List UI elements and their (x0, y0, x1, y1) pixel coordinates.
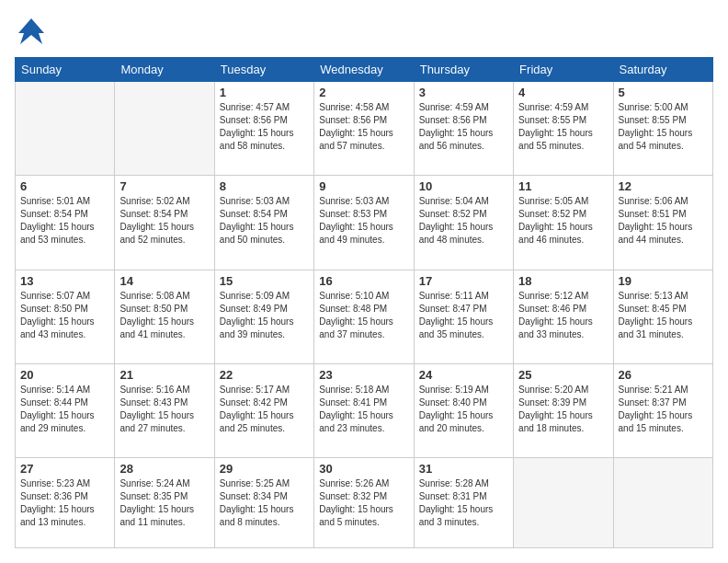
day-number: 15 (220, 274, 309, 288)
day-number: 31 (419, 462, 508, 476)
weekday-header-thursday: Thursday (414, 58, 513, 82)
calendar-week-1: 1Sunrise: 4:57 AM Sunset: 8:56 PM Daylig… (16, 82, 713, 176)
svg-marker-0 (18, 18, 44, 44)
calendar-cell: 28Sunrise: 5:24 AM Sunset: 8:35 PM Dayli… (115, 458, 214, 548)
calendar-cell: 31Sunrise: 5:28 AM Sunset: 8:31 PM Dayli… (414, 458, 513, 548)
calendar-cell: 13Sunrise: 5:07 AM Sunset: 8:50 PM Dayli… (16, 270, 115, 363)
day-info: Sunrise: 5:11 AM Sunset: 8:47 PM Dayligh… (419, 290, 508, 341)
day-number: 4 (518, 86, 608, 99)
weekday-header-monday: Monday (115, 58, 214, 82)
day-info: Sunrise: 5:04 AM Sunset: 8:52 PM Dayligh… (419, 195, 508, 247)
day-number: 14 (119, 274, 209, 288)
day-info: Sunrise: 5:02 AM Sunset: 8:54 PM Dayligh… (119, 195, 209, 247)
day-info: Sunrise: 5:10 AM Sunset: 8:48 PM Dayligh… (319, 290, 408, 341)
calendar-cell: 14Sunrise: 5:08 AM Sunset: 8:50 PM Dayli… (115, 270, 214, 363)
day-number: 22 (220, 368, 309, 382)
calendar-cell: 24Sunrise: 5:19 AM Sunset: 8:40 PM Dayli… (414, 364, 513, 458)
calendar-cell (16, 82, 115, 176)
day-info: Sunrise: 5:26 AM Sunset: 8:32 PM Dayligh… (319, 477, 408, 529)
day-number: 2 (319, 86, 408, 99)
calendar-cell: 4Sunrise: 4:59 AM Sunset: 8:55 PM Daylig… (514, 82, 613, 176)
calendar-cell: 16Sunrise: 5:10 AM Sunset: 8:48 PM Dayli… (314, 270, 414, 363)
day-info: Sunrise: 5:03 AM Sunset: 8:54 PM Dayligh… (220, 195, 309, 247)
calendar-cell: 15Sunrise: 5:09 AM Sunset: 8:49 PM Dayli… (214, 270, 313, 363)
calendar-cell: 9Sunrise: 5:03 AM Sunset: 8:53 PM Daylig… (314, 176, 414, 270)
day-number: 29 (220, 462, 309, 476)
calendar-cell: 17Sunrise: 5:11 AM Sunset: 8:47 PM Dayli… (414, 270, 513, 363)
calendar-cell: 26Sunrise: 5:21 AM Sunset: 8:37 PM Dayli… (613, 364, 712, 458)
day-info: Sunrise: 5:12 AM Sunset: 8:46 PM Dayligh… (518, 290, 608, 341)
calendar-cell: 21Sunrise: 5:16 AM Sunset: 8:43 PM Dayli… (115, 364, 214, 458)
calendar-week-4: 20Sunrise: 5:14 AM Sunset: 8:44 PM Dayli… (16, 364, 713, 458)
day-number: 11 (518, 179, 608, 193)
calendar-week-5: 27Sunrise: 5:23 AM Sunset: 8:36 PM Dayli… (16, 458, 713, 548)
day-number: 8 (220, 179, 309, 193)
weekday-header-row: SundayMondayTuesdayWednesdayThursdayFrid… (16, 58, 713, 82)
calendar-week-3: 13Sunrise: 5:07 AM Sunset: 8:50 PM Dayli… (16, 270, 713, 363)
calendar-cell: 7Sunrise: 5:02 AM Sunset: 8:54 PM Daylig… (115, 176, 214, 270)
day-number: 16 (319, 274, 408, 288)
day-number: 13 (20, 274, 109, 288)
calendar-cell: 11Sunrise: 5:05 AM Sunset: 8:52 PM Dayli… (514, 176, 613, 270)
day-number: 7 (119, 179, 209, 193)
day-info: Sunrise: 5:01 AM Sunset: 8:54 PM Dayligh… (20, 195, 109, 247)
calendar-table: SundayMondayTuesdayWednesdayThursdayFrid… (15, 57, 713, 548)
day-info: Sunrise: 5:19 AM Sunset: 8:40 PM Dayligh… (419, 384, 508, 435)
calendar-cell: 12Sunrise: 5:06 AM Sunset: 8:51 PM Dayli… (613, 176, 712, 270)
day-info: Sunrise: 5:28 AM Sunset: 8:31 PM Dayligh… (419, 477, 508, 529)
day-number: 26 (619, 368, 708, 382)
day-info: Sunrise: 5:25 AM Sunset: 8:34 PM Dayligh… (220, 477, 309, 529)
day-number: 3 (419, 86, 508, 99)
calendar-cell: 2Sunrise: 4:58 AM Sunset: 8:56 PM Daylig… (314, 82, 414, 176)
day-info: Sunrise: 5:20 AM Sunset: 8:39 PM Dayligh… (518, 384, 608, 435)
day-info: Sunrise: 5:08 AM Sunset: 8:50 PM Dayligh… (119, 290, 209, 341)
calendar-cell: 27Sunrise: 5:23 AM Sunset: 8:36 PM Dayli… (16, 458, 115, 548)
day-number: 1 (220, 86, 309, 99)
day-number: 24 (419, 368, 508, 382)
weekday-header-wednesday: Wednesday (314, 58, 414, 82)
day-info: Sunrise: 4:59 AM Sunset: 8:56 PM Dayligh… (419, 101, 508, 153)
day-number: 19 (619, 274, 708, 288)
logo-icon (15, 15, 48, 48)
day-number: 30 (319, 462, 408, 476)
weekday-header-saturday: Saturday (613, 58, 712, 82)
calendar-cell: 1Sunrise: 4:57 AM Sunset: 8:56 PM Daylig… (214, 82, 313, 176)
calendar-cell: 18Sunrise: 5:12 AM Sunset: 8:46 PM Dayli… (514, 270, 613, 363)
weekday-header-tuesday: Tuesday (214, 58, 313, 82)
calendar-cell: 29Sunrise: 5:25 AM Sunset: 8:34 PM Dayli… (214, 458, 313, 548)
day-number: 9 (319, 179, 408, 193)
calendar-cell: 20Sunrise: 5:14 AM Sunset: 8:44 PM Dayli… (16, 364, 115, 458)
day-info: Sunrise: 5:06 AM Sunset: 8:51 PM Dayligh… (619, 195, 708, 247)
weekday-header-sunday: Sunday (16, 58, 115, 82)
day-info: Sunrise: 5:16 AM Sunset: 8:43 PM Dayligh… (119, 384, 209, 435)
day-info: Sunrise: 5:00 AM Sunset: 8:55 PM Dayligh… (619, 101, 708, 153)
day-info: Sunrise: 5:09 AM Sunset: 8:49 PM Dayligh… (220, 290, 309, 341)
day-number: 10 (419, 179, 508, 193)
calendar-cell: 8Sunrise: 5:03 AM Sunset: 8:54 PM Daylig… (214, 176, 313, 270)
day-info: Sunrise: 5:17 AM Sunset: 8:42 PM Dayligh… (220, 384, 309, 435)
calendar-cell: 30Sunrise: 5:26 AM Sunset: 8:32 PM Dayli… (314, 458, 414, 548)
day-info: Sunrise: 5:07 AM Sunset: 8:50 PM Dayligh… (20, 290, 109, 341)
day-number: 6 (20, 179, 109, 193)
calendar-cell: 5Sunrise: 5:00 AM Sunset: 8:55 PM Daylig… (613, 82, 712, 176)
day-info: Sunrise: 4:59 AM Sunset: 8:55 PM Dayligh… (518, 101, 608, 153)
day-info: Sunrise: 5:13 AM Sunset: 8:45 PM Dayligh… (619, 290, 708, 341)
calendar-cell: 6Sunrise: 5:01 AM Sunset: 8:54 PM Daylig… (16, 176, 115, 270)
calendar-cell: 3Sunrise: 4:59 AM Sunset: 8:56 PM Daylig… (414, 82, 513, 176)
day-number: 17 (419, 274, 508, 288)
day-info: Sunrise: 5:14 AM Sunset: 8:44 PM Dayligh… (20, 384, 109, 435)
day-info: Sunrise: 5:23 AM Sunset: 8:36 PM Dayligh… (20, 477, 109, 529)
day-number: 23 (319, 368, 408, 382)
header (15, 15, 713, 48)
day-number: 20 (20, 368, 109, 382)
day-number: 27 (20, 462, 109, 476)
day-info: Sunrise: 4:57 AM Sunset: 8:56 PM Dayligh… (220, 101, 309, 153)
day-info: Sunrise: 5:05 AM Sunset: 8:52 PM Dayligh… (518, 195, 608, 247)
day-info: Sunrise: 5:03 AM Sunset: 8:53 PM Dayligh… (319, 195, 408, 247)
day-number: 18 (518, 274, 608, 288)
day-info: Sunrise: 5:21 AM Sunset: 8:37 PM Dayligh… (619, 384, 708, 435)
day-number: 12 (619, 179, 708, 193)
calendar-cell: 25Sunrise: 5:20 AM Sunset: 8:39 PM Dayli… (514, 364, 613, 458)
day-number: 25 (518, 368, 608, 382)
calendar-week-2: 6Sunrise: 5:01 AM Sunset: 8:54 PM Daylig… (16, 176, 713, 270)
